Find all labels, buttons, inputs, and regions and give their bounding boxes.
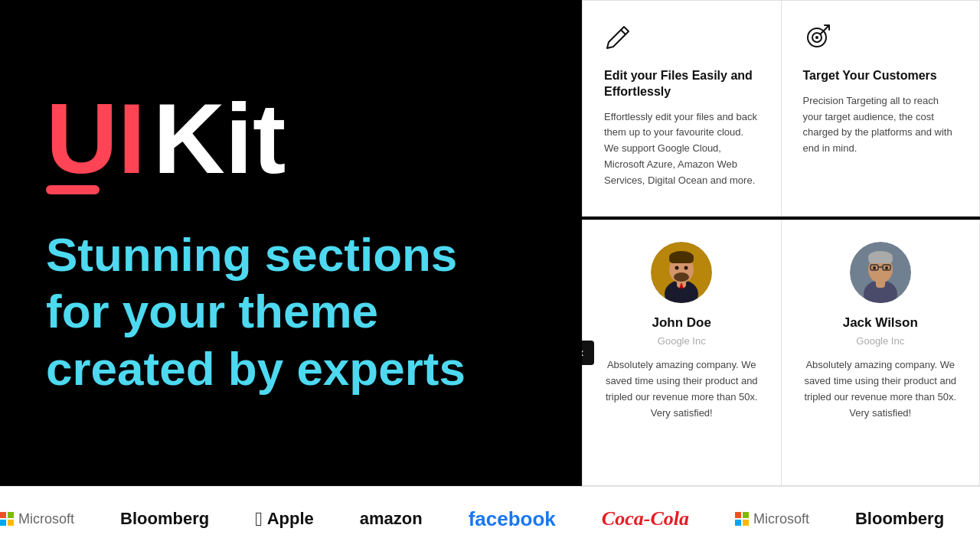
brand-bloomberg-2-label: Bloomberg	[855, 509, 944, 529]
testimonial-text-john: Absolutely amazing company. We saved tim…	[601, 357, 763, 421]
hero-section: UI Kit Stunning sections for your theme …	[0, 0, 582, 486]
brand-microsoft-1-label: Microsoft	[18, 511, 74, 527]
svg-point-10	[674, 272, 689, 282]
main-container: UI Kit Stunning sections for your theme …	[0, 0, 980, 486]
testimonial-cards-row: ‹	[582, 220, 980, 486]
brand-cocacola-1-label: Coca-Cola	[602, 507, 689, 530]
brand-microsoft-2: Microsoft	[735, 511, 809, 527]
title-line: UI Kit	[46, 89, 466, 188]
feature-desc-target: Precision Targeting all to reach your ta…	[803, 93, 959, 157]
hero-text: UI Kit Stunning sections for your theme …	[46, 89, 466, 397]
testimonial-card-jack: Jack Wilson Google Inc Absolutely amazin…	[782, 220, 981, 486]
svg-point-23	[885, 266, 888, 269]
brand-apple-1-label: Apple	[267, 509, 314, 529]
feature-card-edit: Edit your Files Easily and Effortlessly …	[582, 0, 782, 217]
hero-subtitle: Stunning sections for your theme created…	[46, 227, 466, 397]
brand-microsoft-1: Microsoft	[0, 511, 74, 527]
apple-logo-1: 	[255, 507, 263, 531]
prev-arrow-button[interactable]: ‹	[582, 341, 594, 365]
target-icon	[803, 24, 959, 57]
brand-facebook-1: facebook	[469, 507, 556, 531]
svg-rect-9	[669, 256, 694, 263]
brand-facebook-1-label: facebook	[469, 507, 556, 531]
brand-ticker: Microsoft Bloomberg  Apple amazon faceb…	[0, 486, 980, 551]
brand-ticker-inner: Microsoft Bloomberg  Apple amazon faceb…	[0, 507, 980, 531]
brand-bloomberg-1: Bloomberg	[120, 509, 209, 529]
svg-point-22	[873, 266, 876, 269]
pencil-icon	[604, 24, 760, 57]
person-company-john: Google Inc	[658, 335, 706, 347]
person-name-john: John Doe	[652, 315, 711, 331]
kit-label: Kit	[153, 89, 286, 188]
person-name-jack: Jack Wilson	[843, 315, 918, 331]
feature-desc-edit: Effortlessly edit your files and back th…	[604, 109, 760, 189]
svg-rect-18	[868, 256, 893, 263]
feature-title-edit: Edit your Files Easily and Effortlessly	[604, 68, 760, 100]
svg-point-12	[684, 266, 688, 270]
brand-bloomberg-2: Bloomberg	[855, 509, 944, 529]
ui-label: UI	[46, 89, 145, 188]
avatar-john	[651, 242, 712, 303]
testimonial-card-john: John Doe Google Inc Absolutely amazing c…	[582, 220, 782, 486]
brand-microsoft-2-label: Microsoft	[753, 511, 809, 527]
brand-amazon-1-label: amazon	[360, 509, 423, 529]
brand-amazon-1: amazon	[360, 509, 423, 529]
brand-cocacola-1: Coca-Cola	[602, 507, 689, 530]
testimonial-text-jack: Absolutely amazing company. We saved tim…	[800, 357, 962, 421]
feature-card-target: Target Your Customers Precision Targetin…	[782, 0, 981, 217]
svg-point-2	[815, 36, 818, 39]
svg-point-11	[675, 266, 679, 270]
person-company-jack: Google Inc	[856, 335, 904, 347]
feature-title-target: Target Your Customers	[803, 68, 959, 84]
avatar-jack	[850, 242, 911, 303]
brand-apple-1:  Apple	[255, 507, 314, 531]
brand-bloomberg-1-label: Bloomberg	[120, 509, 209, 529]
right-section: Edit your Files Easily and Effortlessly …	[582, 0, 980, 486]
feature-cards-row: Edit your Files Easily and Effortlessly …	[582, 0, 980, 217]
